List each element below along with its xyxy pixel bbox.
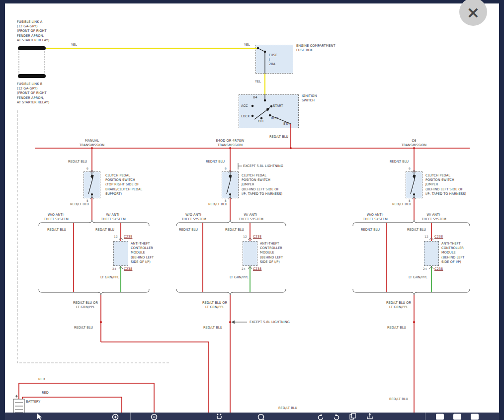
wire-label-ltgrnppl: LT GRN/PPL [409, 275, 427, 280]
wire-label-red-or-grn: RED/LT BLU OR LT GRN/PPL [202, 301, 228, 310]
wire-label-redltblu: RED/LT BLU [390, 160, 409, 164]
page-boundary-dashed [17, 110, 169, 363]
fusible-link-symbols [18, 46, 46, 78]
bottom-toolbar [5, 413, 499, 420]
pin-6-label: 6 [225, 167, 227, 171]
toolbar-button-1[interactable] [436, 414, 444, 420]
pin-6-label: 6 [409, 167, 411, 171]
anti-theft-module-box-2 [243, 241, 257, 266]
toolbar-divider [211, 413, 211, 420]
wire-label-redltblu: RED/LT BLU [70, 202, 89, 207]
window-border-right [499, 0, 504, 420]
pin-5-label: 5 [86, 199, 88, 203]
wire-label-red-1: RED [38, 377, 45, 382]
wo-anti-theft-label: W/O ANTI- THEFT SYSTEM [41, 213, 71, 222]
pin-12-label: 12 [114, 235, 118, 239]
wo-anti-theft-label: W/O ANTI- THEFT SYSTEM [360, 213, 390, 222]
red-wires [19, 124, 470, 413]
wire-label-red-or-grn: RED/LT BLU OR LT GRN/PPL [386, 301, 412, 310]
pin-24-label: 24 [242, 267, 246, 271]
wire-label-redltblu-feed: RED/LT BLU [269, 135, 288, 139]
clutch-switch-box-2 [222, 171, 239, 198]
wire-label-redltblu: RED/LT BLU [206, 160, 225, 164]
wire-label-redltblu: RED/LT BLU [203, 326, 222, 330]
zoom-out-icon[interactable] [152, 415, 157, 420]
anti-theft-module-box-1 [113, 241, 128, 266]
clutch-switch-symbols [88, 171, 416, 198]
pin-24-label: 24 [112, 267, 116, 271]
branch-header-1: MANUAL TRANSMISSION [67, 139, 117, 148]
text-icon[interactable] [217, 414, 222, 419]
toolbar-button-3[interactable] [471, 414, 479, 420]
clutch-switch-box-3 [406, 171, 422, 198]
share-icon[interactable] [367, 413, 372, 419]
pin-5-label: 5 [225, 199, 227, 203]
ignition-switch-box [239, 94, 299, 128]
window-border-top [5, 0, 499, 3]
wire-label-redltblu: RED/LT BLU [392, 202, 411, 207]
w-anti-theft-label: W/ ANTI- THEFT SYSTEM [98, 213, 128, 222]
except-lightning-note-low: EXCEPT 5.8L LIGHTNING [250, 320, 290, 325]
clutch-switch-note-3: CLUTCH PEDAL POSITON SWITCH JUMPER (BEHI… [425, 173, 466, 196]
wire-label-ltgrnppl: LT GRN/PPL [230, 275, 249, 280]
toolbar-icons-svg [5, 413, 499, 420]
window-border-left [0, 0, 5, 420]
connector-c238-link[interactable]: C238 [434, 235, 443, 239]
connector-c238-link[interactable]: C238 [434, 267, 443, 271]
branch-header-2: E4OD OR 4R70W TRANSMISSION [205, 139, 255, 148]
cursor-icon[interactable] [37, 414, 42, 420]
connector-c238-link[interactable]: C238 [253, 267, 261, 271]
anti-theft-module-note-2: ANTI-THEFT CONTROLLER MODULE (BEHIND LEF… [260, 242, 283, 264]
wire-label-redltblu: RED/LT BLU [74, 326, 93, 330]
wire-label-red-2: RED [42, 391, 49, 395]
branch-header-3: C6 TRANSMISSION [389, 139, 439, 148]
close-button[interactable]: × [459, 0, 487, 26]
wire-label-redltblu: RED/LT BLU [47, 228, 66, 232]
pin-24-label: 24 [423, 267, 427, 271]
wire-label-redltblu: RED/LT BLU [225, 228, 244, 232]
anti-theft-module-note-3: ANTI-THEFT CONTROLLER MODULE (BEHIND LEF… [441, 242, 464, 264]
pages-icon[interactable] [350, 414, 355, 420]
connector-c238-link[interactable]: C238 [253, 235, 261, 239]
rotate-right-icon[interactable] [334, 414, 338, 420]
except-lightning-note-top: EXCEPT 5.8L LIGHTNING [243, 164, 283, 168]
search-icon[interactable] [258, 415, 265, 420]
wire-label-redltblu: RED/LT BLU [179, 228, 198, 232]
connector-c238-link[interactable]: C238 [124, 235, 132, 239]
anti-theft-module-box-3 [424, 241, 439, 266]
wiring-svg [0, 0, 504, 420]
wire-label-yel-1: YEL [71, 43, 77, 47]
wire-label-ltgrnppl: LT GRN/PPL [100, 275, 119, 280]
engine-fuse-box-label: ENGINE COMPARTMENT FUSE BOX [296, 44, 336, 53]
label-layer: FUSIBLE LINK A (12 GA-GRY) (FRONT OF RIG… [0, 0, 504, 420]
clutch-switch-note-1: CLUTCH PEDAL POSITION SWITCH (TOP RIGHT … [105, 173, 142, 196]
toolbar-divider [130, 413, 131, 420]
pin-12-label: 12 [424, 235, 428, 239]
anti-theft-module-note-1: ANTI-THEFT CONTROLLER MODULE (BEHIND LEF… [131, 242, 154, 264]
zoom-in-icon[interactable] [113, 415, 118, 420]
wire-label-redltblu: RED/LT BLU [389, 397, 408, 402]
pin-5-label: 5 [409, 199, 411, 203]
connector-c238-link[interactable]: C238 [124, 267, 132, 271]
toolbar-button-2[interactable] [453, 414, 461, 420]
wire-label-redltblu: RED/LT BLU [95, 228, 114, 232]
diagram-viewer: { "chrome": { "close_icon": "×" }, "tool… [0, 0, 504, 420]
wire-label-yel-3: YEL [255, 80, 261, 84]
wire-label-redltblu: RED/LT BLU [407, 228, 426, 232]
rotate-left-icon[interactable] [319, 414, 323, 420]
wire-label-yel-2: YEL [244, 43, 250, 47]
wire-label-redltblu: RED/LT BLU [361, 228, 380, 232]
clutch-switch-note-2: CLUTCH PEDAL POSITON SWITCH JUMPER (BEHI… [242, 173, 282, 196]
clutch-switch-box-1 [84, 171, 100, 198]
w-anti-theft-label: W/ ANTI- THEFT SYSTEM [236, 213, 266, 222]
green-wires [121, 266, 431, 292]
engine-fuse-box [255, 45, 293, 74]
wire-label-redltblu: RED/LT BLU [278, 406, 297, 411]
yellow-wires [46, 48, 265, 94]
fusible-link-b-label: FUSIBLE LINK B (12 GA-GRY) (FRONT OF RIG… [17, 82, 49, 105]
toolbar-divider [425, 413, 425, 420]
wire-label-redltblu: RED/LT BLU [68, 160, 87, 164]
wire-label-redltblu: RED/LT BLU [387, 326, 406, 330]
pin-12-label: 12 [243, 235, 247, 239]
connector-chevrons [90, 170, 433, 269]
